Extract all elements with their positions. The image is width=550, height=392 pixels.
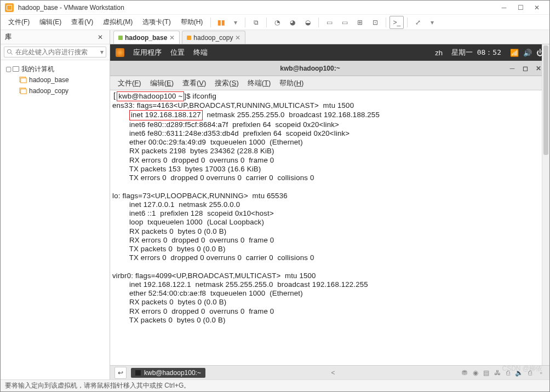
- gmenu-terminal[interactable]: 终端(T): [244, 77, 274, 89]
- svg-rect-3: [21, 78, 27, 83]
- gmenu-file[interactable]: 文件(F): [114, 77, 145, 89]
- library-tree: ▢ 我的计算机 hadoop_base hadoop_copy: [1, 60, 110, 379]
- svg-point-0: [8, 50, 12, 54]
- vm-device-tray: ⛃ ◉ ▤ 🖧 ⎙ 🔈 ⎙ ▫: [461, 369, 545, 377]
- highlight-inet: inet 192.168.188.127: [129, 110, 203, 120]
- tab-close-button[interactable]: ✕: [169, 34, 175, 42]
- tab-close-button[interactable]: ✕: [235, 34, 240, 42]
- fullscreen-button[interactable]: ⤢: [411, 16, 425, 29]
- guest-window-title: kwb@hadoop100:~: [280, 65, 340, 72]
- taskbar-label: kwb@hadoop100:~: [144, 369, 201, 377]
- app-menubar: 文件(F) 编辑(E) 查看(V) 虚拟机(M) 选项卡(T) 帮助(H) ▮▮…: [1, 15, 549, 30]
- tree-item-hadoop-base[interactable]: hadoop_base: [3, 74, 107, 85]
- guest-top-panel: 应用程序 位置 终端 zh 星期一 08：52 📶 🔊 ⏻: [110, 44, 549, 61]
- fullscreen-chevron[interactable]: ▾: [426, 16, 438, 28]
- close-button[interactable]: ✕: [529, 2, 545, 13]
- gmenu-edit[interactable]: 编辑(E): [147, 77, 177, 89]
- sidebar-close-button[interactable]: ✕: [95, 33, 105, 41]
- tab-label: hadoop_copy: [193, 34, 233, 42]
- content-area: hadoop_base ✕ hadoop_copy ✕ 应用程序 位置 终端 z…: [110, 30, 549, 379]
- titlebar: hadoop_base - VMware Workstation ─ ☐ ✕: [1, 1, 549, 15]
- search-chevron[interactable]: ▾: [98, 48, 104, 56]
- guest-menu-terminal[interactable]: 终端: [193, 48, 208, 57]
- tree-item-label: hadoop_base: [29, 76, 69, 84]
- library-sidebar: 库 ✕ ▾ ▢ 我的计算机 hadoop_base: [1, 30, 110, 379]
- pause-button[interactable]: ▮▮: [214, 16, 228, 29]
- view-split-button[interactable]: ▭: [337, 16, 352, 29]
- view-single-button[interactable]: ▭: [322, 16, 336, 29]
- send-ctrlaltdel-button[interactable]: ⧉: [249, 16, 263, 29]
- tree-item-label: hadoop_copy: [29, 87, 68, 95]
- disk-icon[interactable]: ⛃: [461, 369, 468, 377]
- tree-item-hadoop-copy[interactable]: hadoop_copy: [3, 85, 107, 96]
- statusbar-chevron[interactable]: <: [329, 369, 337, 377]
- snapshot-revert-button[interactable]: ◕: [285, 16, 300, 29]
- guest-menu-places[interactable]: 位置: [170, 48, 185, 57]
- tree-root-label: 我的计算机: [21, 65, 54, 74]
- vm-icon: [19, 76, 27, 84]
- guest-taskbar-terminal[interactable]: kwb@hadoop100:~: [131, 368, 205, 378]
- sound-icon[interactable]: 🔈: [515, 369, 523, 377]
- content-scrollbar[interactable]: [542, 44, 549, 365]
- guest-maximize-button[interactable]: ◻: [519, 63, 532, 74]
- pause-chevron[interactable]: ▾: [230, 16, 242, 28]
- gmenu-search[interactable]: 搜索(S): [211, 77, 242, 89]
- display-icon[interactable]: ▫: [537, 369, 545, 377]
- guest-window-titlebar: kwb@hadoop100:~ ─ ◻ ✕: [110, 61, 549, 76]
- sidebar-title: 库: [5, 32, 12, 42]
- sidebar-search[interactable]: ▾: [4, 47, 106, 57]
- svg-line-1: [11, 53, 13, 55]
- search-input[interactable]: [15, 48, 98, 56]
- tree-root-my-computer[interactable]: ▢ 我的计算机: [3, 64, 107, 74]
- app-statusbar: 要将输入定向到该虚拟机，请将鼠标指针移入其中或按 Ctrl+G。: [1, 379, 549, 391]
- snapshot-manage-button[interactable]: ◒: [301, 16, 315, 29]
- tab-hadoop-base[interactable]: hadoop_base ✕: [113, 31, 180, 44]
- vm-tabs: hadoop_base ✕ hadoop_copy ✕: [110, 30, 549, 44]
- activities-icon[interactable]: [116, 48, 124, 57]
- minimize-button[interactable]: ─: [496, 2, 512, 13]
- usb-icon[interactable]: ⎙: [505, 369, 512, 377]
- volume-icon[interactable]: 🔊: [523, 49, 531, 56]
- guest-clock: 星期一 08：52: [451, 48, 501, 57]
- status-text: 要将输入定向到该虚拟机，请将鼠标指针移入其中或按 Ctrl+G。: [5, 381, 190, 390]
- printer-icon[interactable]: ⎙: [526, 369, 534, 377]
- vm-running-icon: [118, 36, 123, 40]
- guest-terminal-menubar: 文件(F) 编辑(E) 查看(V) 搜索(S) 终端(T) 帮助(H): [110, 76, 549, 90]
- guest-minimize-button[interactable]: ─: [506, 63, 519, 74]
- network-icon[interactable]: 📶: [510, 49, 518, 56]
- vm-statusbar: ↩ kwb@hadoop100:~ < ⛃ ◉ ▤ 🖧 ⎙ 🔈 ⎙ ▫: [110, 365, 549, 379]
- gmenu-view[interactable]: 查看(V): [179, 77, 209, 89]
- menu-file[interactable]: 文件(F): [4, 15, 34, 29]
- terminal-icon: [135, 370, 141, 376]
- guest-menu-apps[interactable]: 应用程序: [133, 48, 162, 57]
- guest-lang-indicator[interactable]: zh: [435, 49, 443, 57]
- maximize-button[interactable]: ☐: [512, 2, 529, 13]
- vmware-logo-icon: [5, 3, 14, 12]
- floppy-icon[interactable]: ▤: [483, 369, 490, 377]
- window-title: hadoop_base - VMware Workstation: [18, 4, 496, 11]
- computer-icon: [13, 66, 19, 72]
- gmenu-help[interactable]: 帮助(H): [276, 77, 307, 89]
- highlight-prompt: kwb@hadoop100 ~: [117, 91, 184, 101]
- search-icon: [7, 49, 13, 55]
- menu-edit[interactable]: 编辑(E): [35, 15, 66, 29]
- console-button[interactable]: >_: [389, 16, 404, 29]
- tree-collapse-icon[interactable]: ▢: [5, 65, 12, 73]
- tab-label: hadoop_base: [125, 34, 167, 42]
- vm-icon: [19, 87, 27, 95]
- tab-hadoop-copy[interactable]: hadoop_copy ✕: [182, 31, 245, 44]
- network-adapter-icon[interactable]: 🖧: [494, 369, 501, 377]
- menu-help[interactable]: 帮助(H): [176, 15, 208, 29]
- return-button[interactable]: ↩: [114, 367, 127, 379]
- menu-tabs[interactable]: 选项卡(T): [138, 15, 175, 29]
- guest-terminal-output[interactable]: [kwb@hadoop100 ~]$ ifconfig ens33: flags…: [110, 90, 549, 365]
- menu-view[interactable]: 查看(V): [67, 15, 98, 29]
- snapshot-button[interactable]: ◔: [270, 16, 284, 29]
- vm-icon: [187, 36, 191, 40]
- svg-rect-5: [21, 89, 27, 94]
- cd-icon[interactable]: ◉: [472, 369, 479, 377]
- view-unity-button[interactable]: ⊡: [368, 16, 382, 29]
- menu-vm[interactable]: 虚拟机(M): [99, 15, 137, 29]
- view-tile-button[interactable]: ⊞: [353, 16, 367, 29]
